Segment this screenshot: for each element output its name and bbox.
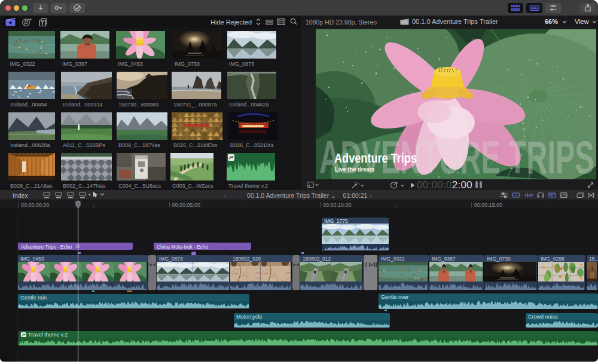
svg-text:Live the dream: Live the dream <box>335 166 374 173</box>
svg-text:Adventure Trips: Adventure Trips <box>334 151 417 166</box>
